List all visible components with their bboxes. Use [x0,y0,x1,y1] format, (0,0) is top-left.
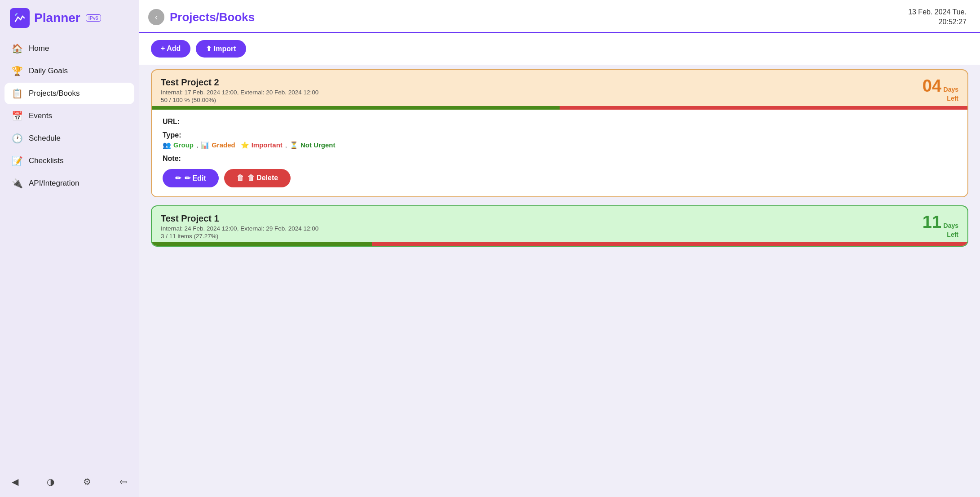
project-1-meta: Internal: 24 Feb. 2024 12:00, External: … [161,225,318,232]
sidebar-item-api-integration[interactable]: 🔌 API/Integration [4,173,134,194]
project-2-days-label: DaysLeft [944,86,958,102]
note-label: Note: [163,155,181,162]
project-1-days-label: DaysLeft [944,222,958,238]
tag-graded: 📊 Graded [201,141,235,149]
separator-2: , [285,141,287,149]
main-header-left: ‹ Projects/Books [148,9,255,25]
tag-important: ⭐ Important [241,141,283,149]
group-label: Group [173,141,194,149]
api-integration-icon: 🔌 [12,178,22,189]
delete-button[interactable]: 🗑 🗑 Delete [224,169,291,187]
project-2-days-num: 04 [923,76,941,95]
edit-label: ✏ Edit [185,174,206,182]
project-2-days-left: 04 DaysLeft [923,77,958,102]
project-2-progress-fill [152,106,560,110]
daily-goals-icon: 🏆 [12,66,22,76]
sidebar-item-checklists-label: Checklists [29,156,63,165]
sidebar-item-schedule-label: Schedule [29,134,61,143]
sidebar-item-home-label: Home [29,44,49,53]
not-urgent-label: Not Urgent [300,141,335,149]
edit-icon: ✏ [175,174,181,182]
project-2-progress-bar [152,106,967,110]
project-2-progress: 50 / 100 % (50.00%) [161,97,318,103]
import-button[interactable]: ⬆ Import [196,40,246,58]
sidebar-item-projects-books[interactable]: 📋 Projects/Books [4,83,134,104]
sidebar-item-api-integration-label: API/Integration [29,179,79,188]
sidebar-logo: Planner IPv6 [0,8,139,38]
home-icon: 🏠 [12,43,22,54]
graded-label: Graded [212,141,235,149]
main-header: ‹ Projects/Books 13 Feb. 2024 Tue.20:52:… [139,0,980,33]
tag-not-urgent: ⏳ Not Urgent [290,141,335,149]
schedule-icon: 🕐 [12,133,22,144]
url-label: URL: [163,118,180,125]
events-icon: 📅 [12,111,22,121]
sidebar-bottom: ◀ ◑ ⚙ ⇦ [0,468,139,493]
projects-list: Test Project 2 Internal: 17 Feb. 2024 12… [139,65,980,497]
sidebar-item-schedule[interactable]: 🕐 Schedule [4,128,134,149]
project-1-days-num: 11 [923,213,941,231]
sidebar-item-events-label: Events [29,111,52,120]
project-2-title: Test Project 2 [161,77,318,88]
main-content-area: ‹ Projects/Books 13 Feb. 2024 Tue.20:52:… [139,0,980,497]
back-icon: ‹ [155,13,158,22]
sidebar-item-checklists[interactable]: 📝 Checklists [4,150,134,172]
back-button[interactable]: ‹ [148,9,164,25]
project-1-info: Test Project 1 Internal: 24 Feb. 2024 12… [161,213,318,240]
project-card-2: Test Project 2 Internal: 17 Feb. 2024 12… [151,69,968,197]
project-card-1: Test Project 1 Internal: 24 Feb. 2024 12… [151,205,968,247]
important-label: Important [252,141,283,149]
project-1-progress-fill [152,242,372,246]
important-icon: ⭐ [241,141,249,149]
separator-1: , [196,141,198,149]
type-tags: 👥 Group , 📊 Graded ⭐ Important [163,141,957,149]
datetime-text: 13 Feb. 2024 Tue.20:52:27 [908,8,967,26]
project-2-detail: URL: Type: 👥 Group , 📊 Graded [152,110,967,196]
app-badge: IPv6 [86,14,101,22]
project-1-title: Test Project 1 [161,213,318,224]
settings-icon[interactable]: ⚙ [81,475,93,489]
project-2-type-row: Type: 👥 Group , 📊 Graded ⭐ [163,131,957,149]
projects-books-icon: 📋 [12,88,22,99]
tag-group: 👥 Group [163,141,194,149]
logout-icon[interactable]: ⇦ [118,475,129,489]
delete-icon: 🗑 [237,174,244,182]
add-button[interactable]: + Add [151,40,190,58]
sidebar-item-daily-goals[interactable]: 🏆 Daily Goals [4,60,134,82]
project-2-meta: Internal: 17 Feb. 2024 12:00, External: … [161,89,318,96]
project-2-url-row: URL: [163,118,957,126]
project-1-progress: 3 / 11 items (27.27%) [161,233,318,240]
project-2-progress-remaining [560,106,967,110]
page-title: Projects/Books [170,10,255,24]
main-toolbar: + Add ⬆ Import [139,33,980,65]
sidebar-item-events[interactable]: 📅 Events [4,105,134,127]
project-2-actions: ✏ ✏ Edit 🗑 🗑 Delete [163,169,957,187]
delete-label: 🗑 Delete [247,174,278,182]
theme-toggle-button[interactable]: ◑ [45,475,56,489]
project-2-header: Test Project 2 Internal: 17 Feb. 2024 12… [152,70,967,106]
app-name: Planner [34,11,80,25]
datetime-display: 13 Feb. 2024 Tue.20:52:27 [908,7,967,27]
sidebar-item-daily-goals-label: Daily Goals [29,67,68,75]
collapse-sidebar-button[interactable]: ◀ [10,475,20,489]
project-1-header: Test Project 1 Internal: 24 Feb. 2024 12… [152,206,967,242]
project-1-progress-bar [152,242,967,246]
app-logo-icon [10,8,30,28]
project-1-days-left: 11 DaysLeft [923,213,958,239]
project-2-note-row: Note: [163,155,957,163]
sidebar-item-projects-books-label: Projects/Books [29,89,79,98]
checklists-icon: 📝 [12,155,22,166]
sidebar-item-home[interactable]: 🏠 Home [4,38,134,59]
project-2-info: Test Project 2 Internal: 17 Feb. 2024 12… [161,77,318,103]
graded-icon: 📊 [201,141,209,149]
project-1-progress-remaining [372,242,967,246]
type-label: Type: [163,131,181,139]
sidebar-nav: 🏠 Home 🏆 Daily Goals 📋 Projects/Books 📅 … [0,38,139,468]
sidebar: Planner IPv6 🏠 Home 🏆 Daily Goals 📋 Proj… [0,0,139,497]
edit-button[interactable]: ✏ ✏ Edit [163,169,219,187]
group-icon: 👥 [163,141,171,149]
not-urgent-icon: ⏳ [290,141,298,149]
